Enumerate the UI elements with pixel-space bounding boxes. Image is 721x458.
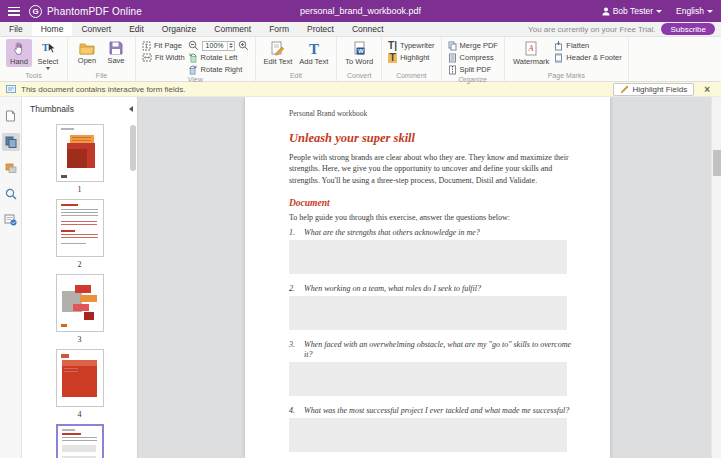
subscribe-button[interactable]: Subscribe <box>661 23 715 35</box>
highlight-fields-button[interactable]: Highlight Fields <box>613 83 694 96</box>
to-word-button[interactable]: W To Word <box>343 39 375 67</box>
close-notice-icon[interactable]: × <box>699 84 715 95</box>
edit-text-icon <box>270 41 285 56</box>
highlighter-pen-icon <box>620 85 629 94</box>
highlight-button[interactable]: T Highlight <box>388 52 435 63</box>
thumbnail-page-5[interactable] <box>56 424 104 458</box>
thumbnail-item-5: 5 <box>56 424 104 458</box>
app-title: PhantomPDF Online <box>47 6 142 17</box>
question-text: What are the strengths that others ackno… <box>304 228 480 238</box>
form-text-field-3[interactable] <box>289 362 567 396</box>
question-text: What was the most successful project I e… <box>304 406 569 416</box>
svg-text:T: T <box>41 42 48 53</box>
page-intro-paragraph: People with strong brands are clear abou… <box>289 152 574 186</box>
thumbnail-item-1: 1 <box>56 124 104 194</box>
svg-text:W: W <box>358 48 364 54</box>
page-heading: Unleash your super skill <box>289 131 572 146</box>
tab-edit[interactable]: Edit <box>120 22 153 36</box>
thumbnail-page-4[interactable] <box>56 349 104 407</box>
page-running-header: Personal Brand workbook <box>289 109 572 118</box>
tab-connect[interactable]: Connect <box>343 22 393 36</box>
header-footer-button[interactable]: Header & Footer <box>554 52 621 63</box>
question-number: 1. <box>289 228 297 238</box>
compress-button[interactable]: Compress <box>448 52 498 63</box>
tab-organize[interactable]: Organize <box>153 22 206 36</box>
ribbon-group-tools: Hand T Select Tools <box>0 37 68 81</box>
form-text-field-1[interactable] <box>289 240 567 274</box>
hamburger-menu-icon[interactable] <box>8 7 20 16</box>
rotate-left-button[interactable]: Rotate Left <box>188 52 249 63</box>
user-name: Bob Tester <box>613 6 653 16</box>
question-3: 3. When faced with an overwhelming obsta… <box>289 340 572 360</box>
thumbnails-panel-title: Thumbnails <box>22 97 137 119</box>
ribbon-group-file: Open Save File <box>68 37 136 81</box>
comments-panel-icon[interactable] <box>2 159 20 177</box>
ribbon-group-label-comment: Comment <box>388 71 435 81</box>
thumbnail-page-2[interactable] <box>56 199 104 257</box>
thumbnails-panel-icon[interactable] <box>2 133 20 151</box>
save-floppy-icon <box>109 41 123 55</box>
rotate-left-label: Rotate Left <box>201 53 238 62</box>
thumbnail-page-1[interactable] <box>56 124 104 182</box>
edit-text-label: Edit Text <box>264 57 293 66</box>
zoom-out-icon[interactable] <box>188 40 199 51</box>
collapse-panel-icon[interactable] <box>129 106 133 112</box>
question-1: 1. What are the strengths that others ac… <box>289 228 572 238</box>
tab-home[interactable]: Home <box>32 22 73 36</box>
form-fields-notice-bar: This document contains interactive form … <box>0 82 721 97</box>
question-number: 3. <box>289 340 297 360</box>
hand-tool-label: Hand <box>10 57 28 66</box>
typewriter-button[interactable]: T| Typewriter <box>388 40 435 51</box>
phantompdf-app: G PhantomPDF Online personal_brand_workb… <box>0 0 721 458</box>
tab-protect[interactable]: Protect <box>298 22 343 36</box>
merge-pdf-button[interactable]: Merge PDF <box>448 40 498 51</box>
form-text-field-2[interactable] <box>289 296 567 330</box>
language-menu[interactable]: English <box>676 6 713 16</box>
merge-pdf-icon <box>448 41 457 51</box>
form-text-field-4[interactable] <box>289 418 567 452</box>
split-pdf-label: Split PDF <box>460 65 492 74</box>
rotate-right-label: Rotate Right <box>201 65 243 74</box>
split-pdf-button[interactable]: Split PDF <box>448 64 498 75</box>
typewriter-icon: T| <box>388 41 397 51</box>
hand-tool-button[interactable]: Hand <box>6 39 32 67</box>
bookmarks-panel-icon[interactable] <box>2 107 20 125</box>
document-scrollbar[interactable] <box>711 97 721 458</box>
svg-text:A: A <box>528 44 534 53</box>
page-section-heading: Document <box>289 198 572 208</box>
fit-width-button[interactable]: Fit Width <box>142 52 185 63</box>
edit-text-button[interactable]: Edit Text <box>262 39 295 67</box>
menu-bar: File Home Convert Edit Organize Comment … <box>0 22 721 37</box>
document-viewport[interactable]: Personal Brand workbook Unleash your sup… <box>138 97 711 458</box>
hand-icon <box>12 41 27 56</box>
form-fields-panel-icon[interactable] <box>2 211 20 229</box>
rotate-right-button[interactable]: Rotate Right <box>188 64 249 75</box>
select-tool-button[interactable]: T Select <box>35 39 61 71</box>
user-menu[interactable]: Bob Tester <box>602 6 662 16</box>
ribbon-group-label-tools: Tools <box>6 71 61 81</box>
search-panel-icon[interactable] <box>2 185 20 203</box>
zoom-stepper[interactable] <box>227 42 234 50</box>
app-logo-icon: G <box>29 5 42 18</box>
thumbnails-scrollbar[interactable] <box>130 125 136 171</box>
watermark-button[interactable]: A Watermark <box>511 39 551 67</box>
tab-convert[interactable]: Convert <box>72 22 120 36</box>
thumbnail-page-3[interactable] <box>56 274 104 332</box>
save-button[interactable]: Save <box>103 39 129 66</box>
tab-comment[interactable]: Comment <box>205 22 260 36</box>
tab-form[interactable]: Form <box>260 22 298 36</box>
open-button[interactable]: Open <box>74 39 100 66</box>
scrollbar-thumb[interactable] <box>713 150 721 176</box>
notice-text: This document contains interactive form … <box>21 85 186 94</box>
flatten-icon <box>554 41 563 51</box>
ribbon-group-comment: T| Typewriter T Highlight Comment <box>382 37 442 81</box>
watermark-icon: A <box>524 41 538 56</box>
zoom-level-select[interactable]: 100% <box>202 41 235 51</box>
fit-page-button[interactable]: Fit Page <box>142 40 185 51</box>
flatten-button[interactable]: Flatten <box>554 40 621 51</box>
add-text-button[interactable]: T Add Text <box>297 39 330 67</box>
rotate-right-icon <box>188 65 198 75</box>
thumbnail-page-number: 3 <box>56 335 104 344</box>
tab-file[interactable]: File <box>0 22 32 36</box>
zoom-in-icon[interactable] <box>238 40 249 51</box>
